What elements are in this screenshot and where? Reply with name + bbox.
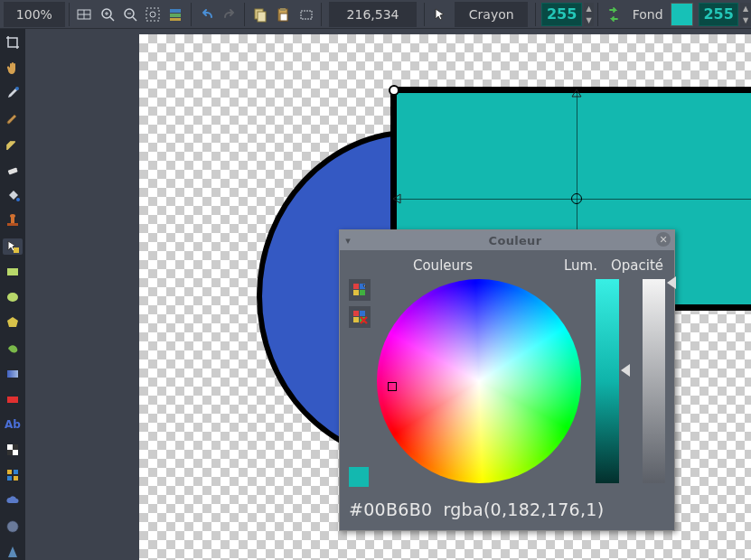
svg-point-24 — [10, 214, 15, 218]
background-label: Fond — [633, 7, 663, 22]
svg-rect-16 — [280, 8, 286, 11]
svg-rect-14 — [258, 12, 266, 22]
crop-tool-icon[interactable] — [3, 34, 23, 51]
svg-rect-44 — [360, 311, 365, 316]
svg-point-27 — [7, 293, 18, 302]
background-alpha[interactable]: 255 — [699, 3, 739, 26]
svg-rect-18 — [301, 11, 312, 19]
paste-icon[interactable] — [274, 5, 293, 24]
opacity-slider[interactable] — [643, 279, 666, 483]
tool-palette: Ab — [0, 29, 25, 560]
pattern-tool-icon[interactable] — [3, 467, 23, 483]
svg-rect-22 — [7, 223, 18, 226]
svg-rect-35 — [14, 470, 18, 474]
svg-rect-10 — [170, 9, 181, 13]
svg-rect-37 — [14, 476, 18, 481]
brush-tool-icon[interactable] — [3, 111, 23, 127]
gradient-tool-icon[interactable] — [3, 365, 23, 381]
stamp-tool-icon[interactable] — [3, 212, 23, 229]
zoom-in-icon[interactable] — [98, 5, 117, 24]
color-wheel[interactable] — [375, 279, 579, 487]
svg-rect-20 — [8, 167, 18, 174]
svg-point-9 — [150, 12, 155, 17]
svg-rect-45 — [353, 317, 359, 322]
redo-icon[interactable] — [220, 5, 239, 24]
svg-rect-31 — [13, 444, 18, 450]
zoom-out-icon[interactable] — [120, 5, 139, 24]
dialog-column-headers: Couleurs Lum. Opacité — [349, 257, 665, 274]
fit-window-icon[interactable] — [75, 5, 94, 24]
fg-alpha-spinner[interactable]: ▲▼ — [584, 3, 595, 26]
spinner-up-icon: ▲ — [740, 3, 751, 14]
svg-rect-33 — [13, 450, 18, 455]
svg-rect-17 — [280, 14, 287, 21]
zoom-selection-icon[interactable] — [143, 5, 162, 24]
polygon-shape-icon[interactable] — [3, 314, 23, 331]
dialog-title: Couleur — [356, 234, 674, 247]
background-color-swatch[interactable] — [671, 3, 693, 26]
svg-rect-36 — [7, 476, 12, 481]
foreground-alpha[interactable]: 255 — [541, 3, 582, 26]
svg-rect-25 — [14, 247, 19, 253]
pointer-icon[interactable] — [430, 5, 449, 24]
layers-icon[interactable] — [166, 5, 185, 24]
svg-rect-34 — [7, 470, 12, 474]
solid-rect-icon[interactable] — [3, 391, 23, 407]
top-toolbar: 100% 216,534 Crayon 255 ▲▼ — [0, 0, 751, 29]
spray-tool-icon[interactable] — [3, 136, 23, 153]
spinner-down-icon: ▼ — [584, 14, 595, 26]
svg-rect-42 — [360, 290, 365, 295]
selection-tool-icon[interactable] — [3, 238, 23, 255]
color-readout: #00B6B0 rgba(0,182,176,1) — [349, 499, 665, 519]
svg-line-2 — [110, 17, 114, 21]
swap-colors-icon[interactable] — [604, 5, 623, 24]
color-wheel-cursor[interactable] — [388, 382, 397, 391]
svg-rect-26 — [7, 268, 18, 275]
undo-icon[interactable] — [197, 5, 216, 24]
luminosity-handle[interactable] — [621, 364, 630, 377]
color-dialog: ▾ Couleur ✕ Couleurs Lum. Opacité — [339, 229, 675, 531]
svg-point-19 — [15, 87, 19, 90]
palette-remove-icon[interactable] — [349, 306, 371, 328]
palette-add-icon[interactable] — [349, 279, 371, 301]
svg-rect-28 — [7, 370, 18, 378]
svg-rect-41 — [353, 290, 359, 295]
canvas-gutter — [25, 29, 139, 560]
spinner-down-icon: ▼ — [740, 14, 751, 26]
eyedropper-tool-icon[interactable] — [3, 85, 23, 101]
text-tool-icon[interactable]: Ab — [3, 416, 23, 433]
copy-icon[interactable] — [250, 5, 269, 24]
svg-rect-30 — [7, 444, 13, 450]
svg-rect-43 — [353, 311, 359, 316]
rect-shape-icon[interactable] — [3, 264, 23, 280]
svg-rect-8 — [146, 8, 159, 21]
opacity-handle[interactable] — [667, 276, 676, 289]
blob-tool-icon[interactable] — [3, 518, 23, 535]
luminosity-slider[interactable] — [596, 279, 619, 483]
svg-rect-23 — [11, 217, 14, 223]
current-tool-name: Crayon — [455, 2, 528, 27]
svg-point-38 — [7, 521, 18, 532]
freehand-shape-icon[interactable] — [3, 340, 23, 356]
dialog-collapse-icon[interactable]: ▾ — [340, 235, 356, 247]
svg-rect-32 — [7, 450, 13, 455]
fill-tool-icon[interactable] — [3, 187, 23, 203]
bg-alpha-spinner[interactable]: ▲▼ — [740, 3, 751, 26]
color-rgba: rgba(0,182,176,1) — [443, 499, 604, 519]
dialog-titlebar[interactable]: ▾ Couleur ✕ — [340, 230, 674, 250]
checker-tool-icon[interactable] — [3, 442, 23, 458]
spinner-up-icon: ▲ — [584, 3, 595, 14]
svg-rect-29 — [7, 397, 18, 403]
svg-rect-11 — [170, 14, 181, 17]
cloud-tool-icon[interactable] — [3, 492, 23, 509]
svg-line-6 — [133, 17, 136, 21]
svg-rect-39 — [353, 284, 359, 289]
hand-tool-icon[interactable] — [3, 60, 23, 76]
zoom-level[interactable]: 100% — [4, 2, 65, 27]
cone-tool-icon[interactable] — [3, 544, 23, 560]
eraser-tool-icon[interactable] — [3, 162, 23, 178]
current-color-swatch[interactable] — [349, 467, 369, 487]
ellipse-shape-icon[interactable] — [3, 289, 23, 305]
dialog-close-icon[interactable]: ✕ — [656, 232, 671, 247]
crop-icon[interactable] — [296, 5, 315, 24]
